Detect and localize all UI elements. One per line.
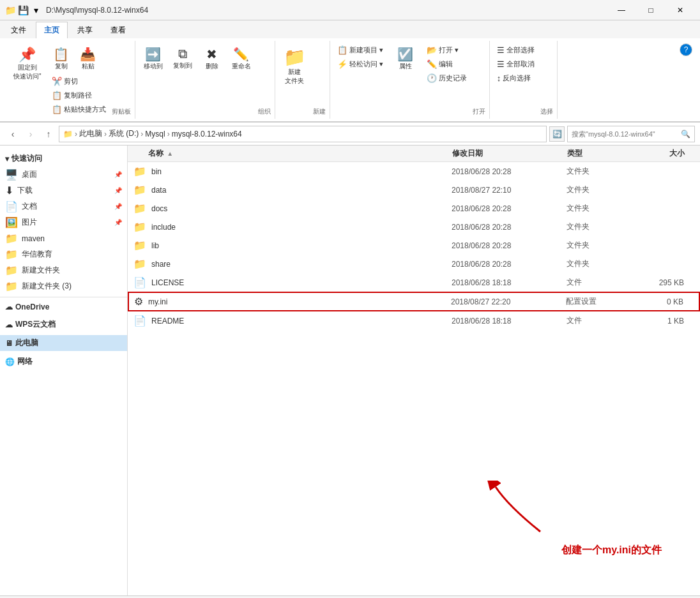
copy-path-button[interactable]: 📋 复制路径 bbox=[49, 89, 109, 102]
search-icon: 🔍 bbox=[681, 130, 690, 138]
search-input[interactable] bbox=[572, 130, 678, 138]
open-button[interactable]: 📂 打开 ▾ bbox=[423, 43, 470, 57]
sidebar-item-huaxin[interactable]: 📁 华信教育 bbox=[0, 246, 127, 262]
file-item-docs[interactable]: 📁 docs 2018/06/28 20:28 文件夹 bbox=[128, 199, 700, 218]
up-button[interactable]: ↑ bbox=[41, 126, 56, 142]
sidebar-item-downloads[interactable]: ⬇ 下载 📌 bbox=[0, 183, 127, 198]
new-folder-button[interactable]: 📁 新建 文件夹 bbox=[279, 43, 310, 116]
pin-icon: 📌 bbox=[19, 47, 36, 63]
move-to-button[interactable]: ➡️ 移动到 bbox=[139, 43, 167, 74]
file-date-docs: 2018/06/28 20:28 bbox=[452, 204, 567, 213]
quickaccess-header[interactable]: ▾ 快速访问 bbox=[0, 151, 127, 167]
file-name-share: share bbox=[151, 260, 452, 269]
file-list-header: 名称 ▲ 修改日期 类型 大小 bbox=[128, 146, 700, 162]
cut-button[interactable]: ✂️ 剪切 bbox=[49, 75, 109, 88]
file-item-share[interactable]: 📁 share 2018/06/28 20:28 文件夹 bbox=[128, 255, 700, 273]
new-group-label: 新建 bbox=[313, 106, 326, 116]
dropdown-icon[interactable]: ▾ bbox=[31, 5, 41, 15]
file-icon-myini: ⚙ bbox=[134, 295, 143, 308]
sidebar-item-desktop[interactable]: 🖥️ 桌面 📌 bbox=[0, 167, 127, 183]
copy-to-button[interactable]: ⧉ 复制到 bbox=[169, 43, 197, 73]
edit-button[interactable]: ✏️ 编辑 bbox=[423, 57, 470, 71]
network-header[interactable]: 🌐 网络 bbox=[0, 354, 127, 370]
breadcrumb-mysql: Mysql bbox=[145, 130, 165, 138]
maximize-button[interactable]: □ bbox=[636, 0, 666, 20]
invert-selection-button[interactable]: ↕ 反向选择 bbox=[494, 71, 538, 85]
paste-shortcut-button[interactable]: 📋 粘贴快捷方式 bbox=[49, 103, 109, 116]
invert-icon: ↕ bbox=[497, 73, 501, 83]
paste-button[interactable]: 📥 粘贴 bbox=[75, 43, 101, 74]
file-area: 名称 ▲ 修改日期 类型 大小 📁 bin 2018/06/28 20:28 文… bbox=[128, 146, 700, 595]
search-box[interactable]: 🔍 bbox=[567, 126, 695, 142]
sidebar-item-pictures-label: 图片 bbox=[22, 217, 110, 228]
history-button[interactable]: 🕐 历史记录 bbox=[423, 71, 470, 85]
cut-icon: ✂️ bbox=[52, 77, 62, 86]
select-none-button[interactable]: ☰ 全部取消 bbox=[494, 57, 538, 71]
pin-to-quickaccess-button[interactable]: 📌 固定到 快速访问" bbox=[9, 43, 46, 84]
copy-icon: 📋 bbox=[53, 47, 69, 62]
col-size-header[interactable]: 大小 bbox=[644, 148, 695, 159]
breadcrumb-drive: 系统 (D:) bbox=[109, 128, 139, 139]
sidebar-section-quickaccess: ▾ 快速访问 🖥️ 桌面 📌 ⬇ 下载 📌 📄 文档 📌 🖼️ 图片 bbox=[0, 151, 127, 294]
thispc-header[interactable]: 🖥 此电脑 bbox=[0, 335, 127, 351]
file-item-bin[interactable]: 📁 bin 2018/06/28 20:28 文件夹 bbox=[128, 162, 700, 181]
back-button[interactable]: ‹ bbox=[5, 126, 20, 142]
folder-icon-share: 📁 bbox=[133, 258, 146, 270]
file-type-myini: 配置设置 bbox=[566, 296, 643, 307]
select-all-button[interactable]: ☰ 全部选择 bbox=[494, 43, 538, 57]
annotation-arrow-svg bbox=[483, 481, 559, 544]
file-name-include: include bbox=[151, 223, 452, 232]
file-item-include[interactable]: 📁 include 2018/06/28 20:28 文件夹 bbox=[128, 218, 700, 236]
delete-button[interactable]: ✖ 删除 bbox=[198, 43, 226, 74]
address-path[interactable]: 📁 › 此电脑 › 系统 (D:) › Mysql › mysql-8.0.12… bbox=[59, 126, 547, 142]
col-name-header[interactable]: 名称 ▲ bbox=[133, 148, 452, 159]
sidebar-item-newfolder3[interactable]: 📁 新建文件夹 (3) bbox=[0, 278, 127, 294]
tab-share[interactable]: 共享 bbox=[69, 22, 101, 38]
sidebar-item-maven[interactable]: 📁 maven bbox=[0, 230, 127, 246]
minimize-button[interactable]: — bbox=[607, 0, 636, 20]
ribbon-tabs: 文件 主页 共享 查看 bbox=[0, 20, 700, 38]
pictures-icon: 🖼️ bbox=[5, 216, 18, 228]
refresh-button[interactable]: 🔄 bbox=[549, 126, 565, 142]
sidebar-item-newfolder[interactable]: 📁 新建文件夹 bbox=[0, 262, 127, 278]
properties-button[interactable]: ☑️ 属性 bbox=[392, 43, 420, 74]
sidebar-item-documents[interactable]: 📄 文档 📌 bbox=[0, 198, 127, 214]
folder-icon-bin: 📁 bbox=[133, 165, 146, 177]
open-icon: 📂 bbox=[427, 45, 437, 55]
file-item-data[interactable]: 📁 data 2018/08/27 22:10 文件夹 bbox=[128, 181, 700, 199]
file-icon-license: 📄 bbox=[133, 276, 146, 288]
rename-button[interactable]: ✏️ 重命名 bbox=[227, 43, 255, 74]
forward-button[interactable]: › bbox=[23, 126, 38, 142]
wps-header[interactable]: ☁ WPS云文档 bbox=[0, 317, 127, 333]
onedrive-label: OneDrive bbox=[15, 303, 49, 311]
file-name-readme: README bbox=[151, 317, 452, 325]
breadcrumb-computer: 📁 bbox=[63, 130, 73, 138]
file-item-readme[interactable]: 📄 README 2018/06/28 18:18 文件 1 KB bbox=[128, 311, 700, 330]
col-date-header[interactable]: 修改日期 bbox=[452, 148, 567, 159]
select-none-icon: ☰ bbox=[497, 59, 505, 69]
copy-button[interactable]: 📋 复制 bbox=[49, 43, 74, 74]
tab-file[interactable]: 文件 bbox=[3, 22, 34, 38]
file-item-myini[interactable]: ⚙ my.ini 2018/08/27 22:20 配置设置 0 KB bbox=[128, 292, 700, 311]
easy-access-button[interactable]: ⚡ 轻松访问 ▾ bbox=[334, 57, 386, 71]
tab-home[interactable]: 主页 bbox=[36, 22, 68, 38]
new-item-button[interactable]: 📋 新建项目 ▾ bbox=[334, 43, 386, 57]
tab-view[interactable]: 查看 bbox=[102, 22, 134, 38]
sidebar-item-huaxin-label: 华信教育 bbox=[22, 249, 122, 260]
file-date-readme: 2018/06/28 18:18 bbox=[452, 317, 567, 325]
sidebar-item-pictures[interactable]: 🖼️ 图片 📌 bbox=[0, 214, 127, 230]
ribbon-group-clipboard: 📌 固定到 快速访问" 📋 复制 📥 粘贴 ✂️ bbox=[5, 41, 135, 119]
file-type-readme: 文件 bbox=[567, 315, 643, 326]
file-type-bin: 文件夹 bbox=[567, 166, 643, 177]
clipboard-group-label: 剪贴板 bbox=[112, 106, 131, 116]
col-type-header[interactable]: 类型 bbox=[567, 148, 644, 159]
file-type-license: 文件 bbox=[567, 277, 643, 288]
help-button[interactable]: ? bbox=[680, 43, 692, 56]
file-item-lib[interactable]: 📁 lib 2018/06/28 20:28 文件夹 bbox=[128, 236, 700, 255]
downloads-icon: ⬇ bbox=[5, 184, 13, 197]
select-group-label: 选择 bbox=[540, 106, 553, 116]
close-button[interactable]: ✕ bbox=[666, 0, 695, 20]
file-type-include: 文件夹 bbox=[567, 221, 643, 232]
onedrive-header[interactable]: ☁ OneDrive bbox=[0, 300, 127, 314]
file-item-license[interactable]: 📄 LICENSE 2018/06/28 18:18 文件 295 KB bbox=[128, 273, 700, 292]
